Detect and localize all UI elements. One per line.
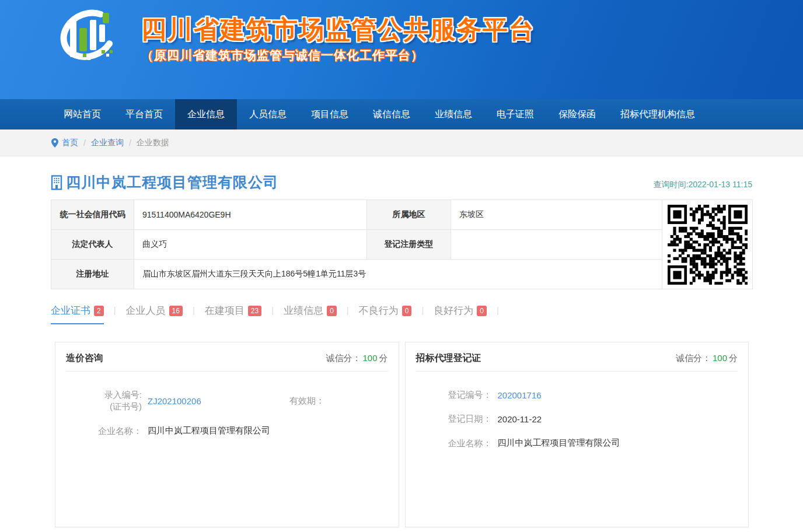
nav-item-insurance-guarantee[interactable]: 保险保函 [546,99,608,130]
value-registration-type [451,230,662,260]
query-time: 查询时间:2022-01-13 11:15 [654,180,752,192]
tab-separator: | [347,304,349,315]
tab-separator: | [271,304,274,315]
registration-number-link[interactable]: 202001716 [498,390,542,400]
qr-code [662,200,753,289]
site-subtitle: （原四川省建筑市场监管与诚信一体化工作平台） [141,47,535,64]
tab-count-badge: 0 [477,306,487,316]
nav-item-personnel-info[interactable]: 人员信息 [237,99,299,130]
breadcrumb-enterprise-search[interactable]: 企业查询 [91,138,124,148]
tab-good-behavior[interactable]: 良好行为 0 [434,304,487,323]
tab-count-badge: 23 [248,306,261,316]
tab-separator: | [114,304,116,315]
registration-number-label: 登记编号： [416,389,492,401]
tab-bad-behavior[interactable]: 不良行为 0 [359,304,412,323]
registration-date-value: 2020-11-22 [498,414,542,424]
site-header: 四川省建筑市场监管公共服务平台 （原四川省建筑市场监管与诚信一体化工作平台） [0,0,803,99]
breadcrumb-separator: / [83,138,86,148]
tab-enterprise-personnel[interactable]: 企业人员 16 [126,304,183,323]
certificate-card-cost-consulting: 造价咨询 诚信分：100分 录入编号: (证书号) ZJ202100206 有效… [55,342,399,527]
certificate-card-bidding-agency: 招标代理登记证 诚信分：100分 登记编号： 202001716 登记日期： 2… [405,342,749,527]
company-name-label: 企业名称： [416,438,492,449]
credit-score: 诚信分：100分 [676,353,738,364]
entry-number-label: 录入编号: (证书号) [66,389,142,413]
label-region: 所属地区 [367,200,451,230]
nav-item-enterprise-info[interactable]: 企业信息 [175,99,237,130]
breadcrumb-home[interactable]: 首页 [62,138,78,148]
credit-score-value: 100 [713,353,727,363]
credit-score-value: 100 [362,353,377,363]
company-info-table: 统一社会信用代码 91511400MA6420GE9H 所属地区 东坡区 法定代… [51,200,753,289]
field-row: 登记日期： 2020-11-22 [416,413,738,425]
tab-label: 不良行为 [359,304,399,317]
value-credit-code: 91511400MA6420GE9H [134,200,367,230]
tab-label: 企业证书 [51,304,90,317]
label-credit-code: 统一社会信用代码 [51,200,134,230]
credit-score: 诚信分：100分 [326,353,387,364]
field-row: 登记编号： 202001716 [416,389,738,401]
nav-item-e-certificate[interactable]: 电子证照 [484,99,546,130]
nav-item-platform-home[interactable]: 平台首页 [113,99,175,130]
nav-item-credit-info[interactable]: 诚信信息 [361,99,423,130]
registration-date-label: 登记日期： [416,413,492,425]
tab-count-badge: 2 [94,306,104,316]
value-registered-address: 眉山市东坡区眉州大道东三段天天向上186号5幢1单元11层3号 [134,260,662,289]
main-content: 四川中岚工程项目管理有限公司 查询时间:2022-01-13 11:15 统一社… [51,173,752,532]
nav-item-performance-info[interactable]: 业绩信息 [423,99,484,130]
table-row: 法定代表人 曲义巧 登记注册类型 [51,230,753,260]
label-legal-representative: 法定代表人 [51,230,134,260]
nav-item-project-info[interactable]: 项目信息 [299,99,361,130]
certificate-number-link[interactable]: ZJ202100206 [148,396,244,406]
field-row: 录入编号: (证书号) ZJ202100206 有效期： [66,389,388,413]
breadcrumb: 首页 / 企业查询 / 企业数据 [51,130,752,156]
tab-label: 业绩信息 [284,304,323,317]
company-title: 四川中岚工程项目管理有限公司 [51,173,278,192]
tab-count-badge: 0 [402,306,412,316]
tab-enterprise-certificates[interactable]: 企业证书 2 [51,304,104,324]
tab-count-badge: 16 [169,306,183,316]
tab-count-badge: 0 [327,306,337,316]
tab-label: 在建项目 [205,304,245,317]
tab-separator: | [497,304,499,315]
tab-separator: | [421,304,424,315]
label-registered-address: 注册地址 [51,260,134,289]
main-nav: 网站首页 平台首页 企业信息 人员信息 项目信息 诚信信息 业绩信息 电子证照 … [0,99,803,130]
platform-logo-icon [53,8,121,69]
breadcrumb-separator: / [129,138,131,148]
page: 四川省建筑市场监管公共服务平台 （原四川省建筑市场监管与诚信一体化工作平台） 网… [0,0,803,532]
value-legal-representative: 曲义巧 [134,230,367,260]
company-name: 四川中岚工程项目管理有限公司 [66,173,278,192]
certificate-cards: 造价咨询 诚信分：100分 录入编号: (证书号) ZJ202100206 有效… [51,342,752,527]
card-title: 招标代理登记证 [416,352,481,365]
tab-separator: | [193,304,195,315]
building-icon [51,175,64,190]
nav-item-bidding-agency-info[interactable]: 招标代理机构信息 [608,99,707,130]
field-row: 企业名称： 四川中岚工程项目管理有限公司 [66,425,388,437]
company-name-value: 四川中岚工程项目管理有限公司 [498,438,620,449]
tab-label: 良好行为 [434,304,473,317]
company-name-label: 企业名称： [66,425,142,437]
breadcrumb-bar: 首页 / 企业查询 / 企业数据 [0,130,803,156]
site-title: 四川省建筑市场监管公共服务平台 [141,15,535,44]
tab-performance-info[interactable]: 业绩信息 0 [284,304,337,323]
field-row: 企业名称： 四川中岚工程项目管理有限公司 [416,438,738,449]
label-registration-type: 登记注册类型 [367,230,451,260]
company-name-value: 四川中岚工程项目管理有限公司 [148,425,270,436]
tab-label: 企业人员 [126,304,166,317]
value-region: 东坡区 [451,200,662,230]
validity-label: 有效期： [289,396,324,407]
tab-projects-under-construction[interactable]: 在建项目 23 [205,304,261,323]
table-row: 统一社会信用代码 91511400MA6420GE9H 所属地区 东坡区 [51,200,753,230]
nav-item-website-home[interactable]: 网站首页 [51,99,113,130]
location-pin-icon [51,138,58,148]
table-row: 注册地址 眉山市东坡区眉州大道东三段天天向上186号5幢1单元11层3号 [51,260,753,289]
breadcrumb-current: 企业数据 [137,138,169,148]
tab-bar: 企业证书 2 | 企业人员 16 | 在建项目 23 | 业绩信息 0 | 不良… [51,304,752,324]
card-title: 造价咨询 [66,352,103,365]
